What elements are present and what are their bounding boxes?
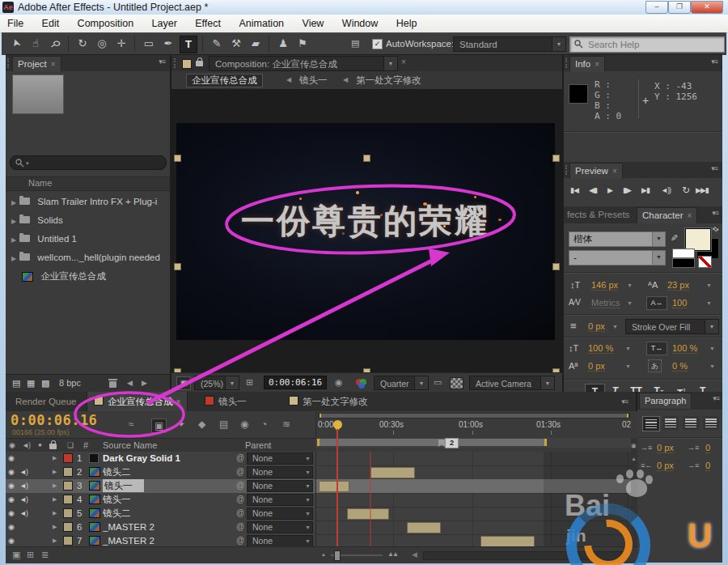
tab-effects-presets[interactable]: fects & Presets <box>567 207 629 223</box>
tracking-value[interactable]: 100 <box>672 298 687 308</box>
close-button[interactable]: ✕ <box>691 1 723 14</box>
maximize-button[interactable]: ❐ <box>668 1 691 14</box>
draft-3d-icon[interactable]: ✦ <box>177 418 185 430</box>
parent-dropdown[interactable]: None▼ <box>247 452 313 465</box>
selection-handle[interactable] <box>552 263 560 270</box>
eye-icon[interactable]: ◉ <box>9 439 15 452</box>
next-frame-button[interactable]: ▮▶ <box>623 183 631 198</box>
chevron-down-icon[interactable]: ▼ <box>706 300 712 306</box>
expand-icon[interactable]: ▶ <box>53 465 57 478</box>
last-frame-button[interactable]: ▶▮ <box>641 183 650 198</box>
parent-dropdown[interactable]: None▼ <box>247 521 313 533</box>
scroll-up-icon[interactable]: ▲ <box>631 456 637 461</box>
expand-lock-icon[interactable]: ⊞ <box>27 550 34 560</box>
selection-handle[interactable] <box>552 155 560 162</box>
close-icon[interactable]: × <box>612 167 617 176</box>
tab-shot[interactable]: 镜头一 <box>198 392 253 411</box>
breadcrumb-shot[interactable]: 镜头一 <box>299 71 328 89</box>
lock-icon[interactable] <box>196 61 203 66</box>
close-icon[interactable]: × <box>595 60 599 69</box>
tab-project[interactable]: Project× <box>12 56 61 72</box>
forward-icon[interactable]: ▶ <box>142 379 147 387</box>
expand-icon[interactable]: ▶ <box>11 255 16 262</box>
horizontal-scrollbar[interactable] <box>423 551 624 560</box>
minimize-button[interactable]: – <box>645 1 668 14</box>
panel-menu-icon[interactable]: ▾≡ <box>711 57 717 66</box>
view-dropdown[interactable]: Active Camera ▼ <box>469 376 555 390</box>
layer-duration-bar[interactable] <box>370 467 415 478</box>
back-icon[interactable]: ◀ <box>127 379 133 387</box>
menu-animation[interactable]: Animation <box>231 15 291 32</box>
swap-colors-icon[interactable]: ⇄ <box>711 224 721 234</box>
layer-name[interactable]: _MASTER 2 <box>103 520 154 533</box>
safe-guides-icon[interactable]: ⊞ <box>246 377 253 388</box>
hand-tool-icon[interactable]: ☝ <box>28 36 44 52</box>
eye-icon[interactable]: ◉ <box>8 507 15 520</box>
trash-icon[interactable] <box>109 381 116 388</box>
breadcrumb-current[interactable]: 企业宣传总合成 <box>186 74 263 87</box>
close-icon[interactable]: × <box>176 397 181 406</box>
default-stroke-chip[interactable] <box>672 258 695 268</box>
camera-tool-icon[interactable]: ◎ <box>94 36 110 52</box>
indent-right-value[interactable]: 0 px <box>657 461 674 471</box>
tab-info[interactable]: Info× <box>569 56 605 72</box>
expand-icon[interactable]: ▶ <box>53 479 57 492</box>
layer-name[interactable]: 镜头二 <box>103 465 131 478</box>
layer-name[interactable]: Dark Gray Solid 1 <box>103 452 180 465</box>
bit-depth-label[interactable]: 8 bpc <box>59 378 81 388</box>
title-text-layer[interactable]: 一份尊贵的荣耀 <box>176 199 555 244</box>
new-folder-icon[interactable]: ▦ <box>27 378 35 389</box>
font-size-value[interactable]: 146 px <box>591 280 618 291</box>
stroke-style-dropdown[interactable]: Stroke Over Fill ▼ <box>625 319 719 334</box>
search-input[interactable] <box>586 37 719 52</box>
shape-tool-icon[interactable]: ▭ <box>141 36 157 52</box>
title-bar[interactable]: Ae Adobe After Effects - Untitled Projec… <box>0 0 728 15</box>
rotation-tool-icon[interactable]: ↻ <box>74 36 91 52</box>
eye-icon[interactable]: ◉ <box>8 534 15 547</box>
parent-column[interactable]: Parent <box>245 439 271 452</box>
current-time-indicator[interactable] <box>333 420 342 429</box>
close-icon[interactable]: × <box>51 60 56 69</box>
expand-icon[interactable]: ▶ <box>53 534 57 547</box>
expand-icon[interactable]: ▶ <box>53 452 57 465</box>
magnification-dropdown[interactable]: (25%) ▼ <box>194 376 239 390</box>
zoom-in-mountain-icon[interactable]: ▲▲ <box>387 550 397 558</box>
expand-icon[interactable]: ▶ <box>11 199 16 206</box>
fill-color-swatch[interactable] <box>685 228 711 251</box>
stroke-width-value[interactable]: 0 px <box>588 321 605 332</box>
parent-dropdown[interactable]: None▼ <box>247 508 313 520</box>
chevron-down-icon[interactable]: ▼ <box>709 363 715 369</box>
align-left-button[interactable] <box>642 416 660 431</box>
layer-row-4[interactable]: ◉ ◄) ▶ 4 镜头一 @ None▼ <box>6 493 315 508</box>
pickwhip-icon[interactable]: @ <box>236 520 244 533</box>
first-frame-button[interactable]: ▮◀ <box>570 183 578 198</box>
previous-frame-button[interactable]: ◀▮ <box>589 183 597 198</box>
menu-layer[interactable]: Layer <box>145 15 184 32</box>
layer-duration-bar[interactable] <box>407 522 441 533</box>
parent-dropdown[interactable]: None▼ <box>247 494 313 506</box>
close-icon[interactable]: × <box>688 211 692 220</box>
layer-name[interactable]: _MASTER 2 <box>103 534 154 547</box>
autoworkspace-checkbox[interactable]: ✓ <box>372 39 383 49</box>
chevron-down-icon[interactable]: ▼ <box>625 363 631 369</box>
indent-left-value[interactable]: 0 px <box>657 443 674 453</box>
layer-row-3-selected[interactable]: ◉ ◄) ▶ 3 镜头一 @ None▼ <box>6 479 315 494</box>
expand-icon[interactable]: ▶ <box>53 493 57 506</box>
audio-icon[interactable]: ◄) <box>22 439 30 452</box>
panel-menu-icon[interactable]: ▾≡ <box>711 164 717 172</box>
time-ruler[interactable]: 0:00s 00:30s 01:00s 01:30s 02 <box>315 411 632 438</box>
expand-icon[interactable]: ▶ <box>11 218 16 225</box>
layer-duration-bar[interactable] <box>319 481 349 492</box>
panel-menu-icon[interactable]: ▾≡ <box>712 209 718 217</box>
chevron-down-icon[interactable]: ▼ <box>709 346 715 351</box>
label-color-chip[interactable] <box>63 467 73 477</box>
comp-mini-flowchart-icon[interactable]: ≈ <box>129 418 134 430</box>
always-preview-icon[interactable]: ▣ <box>176 376 191 390</box>
label-color-chip[interactable] <box>63 453 73 463</box>
live-update-icon[interactable]: ▣ <box>151 418 167 433</box>
pickwhip-icon[interactable]: @ <box>236 507 244 520</box>
expand-icon[interactable]: ▶ <box>53 520 57 533</box>
project-item-folder[interactable]: ▶ Untitled 1 <box>6 230 170 248</box>
timeline-scrollbar[interactable]: ▣ ▲ <box>631 438 637 546</box>
layer-number-column[interactable]: # <box>83 439 88 452</box>
